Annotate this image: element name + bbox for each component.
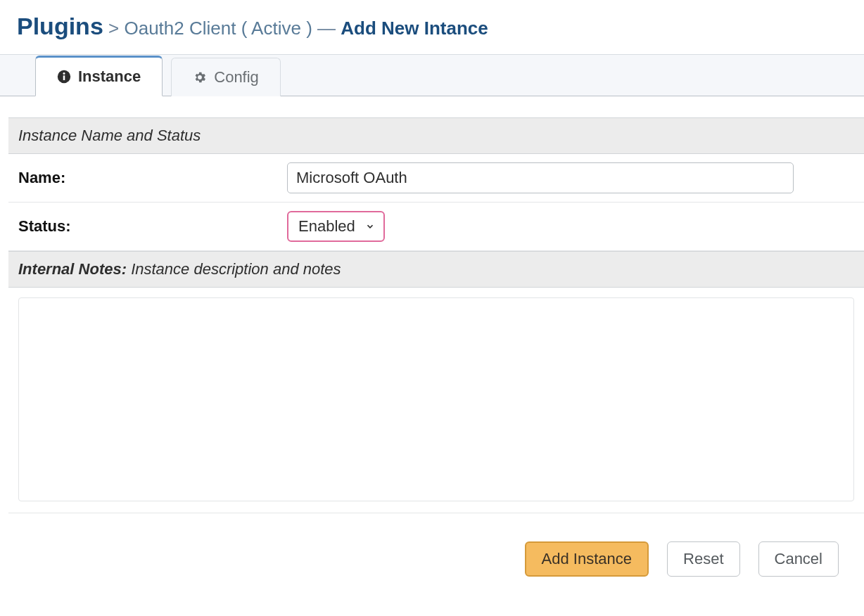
notes-textarea[interactable] bbox=[18, 297, 854, 501]
tab-instance[interactable]: Instance bbox=[35, 56, 163, 96]
svg-rect-1 bbox=[63, 75, 65, 80]
action-bar: Add Instance Reset Cancel bbox=[0, 513, 864, 577]
status-select[interactable]: Enabled bbox=[287, 211, 385, 242]
breadcrumb-root[interactable]: Plugins bbox=[17, 13, 103, 39]
section-header-notes: Internal Notes: Instance description and… bbox=[8, 251, 864, 288]
breadcrumb-mid[interactable]: Oauth2 Client ( Active ) bbox=[124, 18, 312, 39]
name-input[interactable] bbox=[287, 162, 794, 193]
info-icon bbox=[57, 70, 71, 84]
status-select-value: Enabled bbox=[298, 217, 355, 236]
breadcrumb-sep2: — bbox=[317, 18, 336, 39]
row-name: Name: bbox=[8, 154, 864, 203]
breadcrumb-tail: Add New Intance bbox=[341, 18, 488, 39]
chevron-down-icon bbox=[365, 222, 375, 231]
breadcrumb-sep: > bbox=[108, 18, 119, 39]
row-status: Status: Enabled bbox=[8, 203, 864, 251]
notes-header-rest: Instance description and notes bbox=[127, 260, 341, 278]
breadcrumb: Plugins > Oauth2 Client ( Active ) — Add… bbox=[0, 13, 864, 54]
add-instance-button[interactable]: Add Instance bbox=[525, 541, 649, 577]
name-label: Name: bbox=[18, 169, 279, 187]
tab-config-label: Config bbox=[214, 68, 259, 86]
tab-instance-label: Instance bbox=[78, 68, 141, 86]
tab-bar: Instance Config bbox=[0, 54, 864, 96]
tab-config[interactable]: Config bbox=[171, 58, 281, 96]
svg-point-2 bbox=[63, 72, 65, 75]
notes-area bbox=[18, 288, 854, 504]
status-label: Status: bbox=[18, 217, 279, 236]
cancel-button[interactable]: Cancel bbox=[758, 541, 839, 577]
reset-button[interactable]: Reset bbox=[667, 541, 739, 577]
section-header-name-status: Instance Name and Status bbox=[8, 117, 864, 154]
form-panel: Instance Name and Status Name: Status: E… bbox=[8, 117, 864, 513]
notes-header-bold: Internal Notes: bbox=[18, 260, 127, 278]
gear-icon bbox=[193, 70, 207, 84]
